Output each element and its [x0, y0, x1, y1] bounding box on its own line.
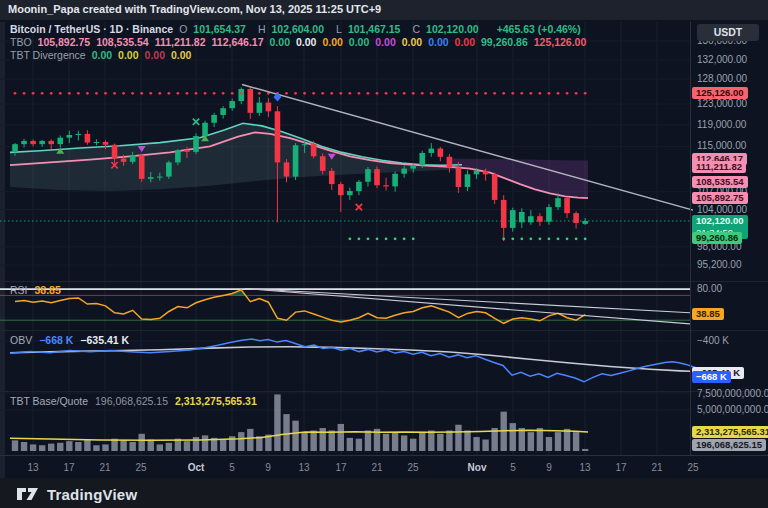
rsi-pane-legend: RSI38.85: [10, 284, 68, 296]
time-axis-label: 9: [251, 462, 285, 474]
volume-bar: [274, 394, 280, 451]
currency-toggle-button[interactable]: USDT: [697, 24, 759, 41]
candle-body: [555, 198, 561, 207]
resistance-dot: [213, 92, 216, 95]
resistance-dot: [385, 92, 388, 95]
support-dot: [566, 237, 569, 240]
volume-bar: [238, 432, 244, 451]
candle-body: [85, 134, 91, 143]
legend-value-token: 0.00: [296, 36, 316, 48]
ohlc-token: H102,604.00: [258, 23, 330, 35]
volume-bar: [510, 423, 516, 451]
candle-body: [356, 182, 362, 191]
support-dot: [412, 237, 415, 240]
resistance-dot: [403, 92, 406, 95]
resistance-dot: [584, 92, 587, 95]
resistance-dot: [439, 92, 442, 95]
candle-body: [302, 144, 308, 145]
volume-bar: [410, 439, 416, 451]
resistance-dot: [575, 92, 578, 95]
resistance-dot: [195, 92, 198, 95]
time-axis-label: 25: [396, 462, 430, 474]
volume-bar: [365, 431, 371, 452]
resistance-dot: [14, 92, 17, 95]
symbol-title[interactable]: Bitcoin / TetherUS · 1D · Binance: [10, 23, 173, 35]
candle-body: [76, 134, 82, 135]
rsi-label[interactable]: RSI: [10, 284, 28, 296]
resistance-dot: [294, 92, 297, 95]
candle-body: [12, 144, 18, 152]
volume-bar: [555, 432, 561, 451]
support-dot: [385, 237, 388, 240]
volume-bar: [482, 440, 488, 451]
candle-body: [320, 156, 326, 171]
candle-body: [365, 169, 371, 182]
tbt-pane-legend: TBT Base/Quote196,068,625.152,313,275,56…: [10, 395, 264, 407]
tbt-divergence-legend-row: TBT Divergence0.000.000.000.00: [10, 49, 203, 61]
candle-body: [338, 184, 344, 195]
volume-bar: [473, 437, 479, 451]
obv-value: −668 K: [39, 334, 73, 346]
resistance-dot: [32, 92, 35, 95]
time-axis-label: Nov: [460, 462, 494, 474]
resistance-dot: [167, 92, 170, 95]
volume-bar: [157, 444, 163, 451]
resistance-dot: [330, 92, 333, 95]
volume-bar: [12, 440, 18, 451]
resistance-dot: [249, 92, 252, 95]
volume-bar: [329, 431, 335, 452]
candle-body: [257, 103, 263, 113]
support-dot: [376, 237, 379, 240]
volume-bar: [437, 434, 443, 451]
volume-bar: [347, 438, 353, 451]
resistance-dot: [367, 92, 370, 95]
tbt-base-quote-label[interactable]: TBT Base/Quote: [10, 395, 88, 407]
resistance-dot: [59, 92, 62, 95]
tradingview-chart-window: Moonin_Papa created with TradingView.com…: [0, 0, 768, 508]
tbo-label[interactable]: TBO: [10, 36, 32, 48]
obv-label[interactable]: OBV: [10, 334, 32, 346]
resistance-dot: [430, 92, 433, 95]
volume-bar: [48, 444, 54, 451]
resistance-dot: [149, 92, 152, 95]
candle-body: [329, 171, 335, 184]
time-axis-label: 21: [88, 462, 122, 474]
volume-bar: [392, 432, 398, 451]
resistance-dot: [258, 92, 261, 95]
legend-value-token: 125,126.00: [534, 36, 587, 48]
resistance-dot: [321, 92, 324, 95]
time-axis[interactable]: 13172125Oct5913172125Nov5913172125: [0, 455, 768, 478]
legend-value-token: 0.00: [270, 36, 290, 48]
resistance-dot: [122, 92, 125, 95]
candle-body: [311, 144, 317, 156]
resistance-dot: [222, 92, 225, 95]
resistance-dot: [285, 92, 288, 95]
volume-bar: [528, 432, 534, 451]
chart-canvas[interactable]: [0, 0, 768, 508]
resistance-dot: [77, 92, 80, 95]
legend-value-token: 99,260.86: [481, 36, 528, 48]
resistance-dot: [240, 92, 243, 95]
resistance-dot: [457, 92, 460, 95]
resistance-dot: [484, 92, 487, 95]
time-axis-label: 25: [676, 462, 710, 474]
tbt-divergence-label[interactable]: TBT Divergence: [10, 49, 86, 61]
candle-body: [21, 141, 27, 144]
time-axis-label: 25: [124, 462, 158, 474]
resistance-dot: [502, 92, 505, 95]
candle-body: [374, 169, 380, 185]
resistance-dot: [421, 92, 424, 95]
resistance-dot: [68, 92, 71, 95]
volume-bar: [419, 432, 425, 451]
candle-body: [103, 142, 109, 145]
volume-bar: [310, 431, 316, 452]
tradingview-logo[interactable]: TradingView: [16, 483, 137, 505]
legend-value-token: 0.00: [322, 36, 342, 48]
support-dot: [358, 237, 361, 240]
time-axis-label: 13: [16, 462, 50, 474]
volume-bar: [292, 421, 298, 451]
resistance-dot: [95, 92, 98, 95]
candle-body: [130, 155, 136, 162]
volume-bar: [30, 444, 36, 451]
candle-body: [347, 191, 353, 195]
